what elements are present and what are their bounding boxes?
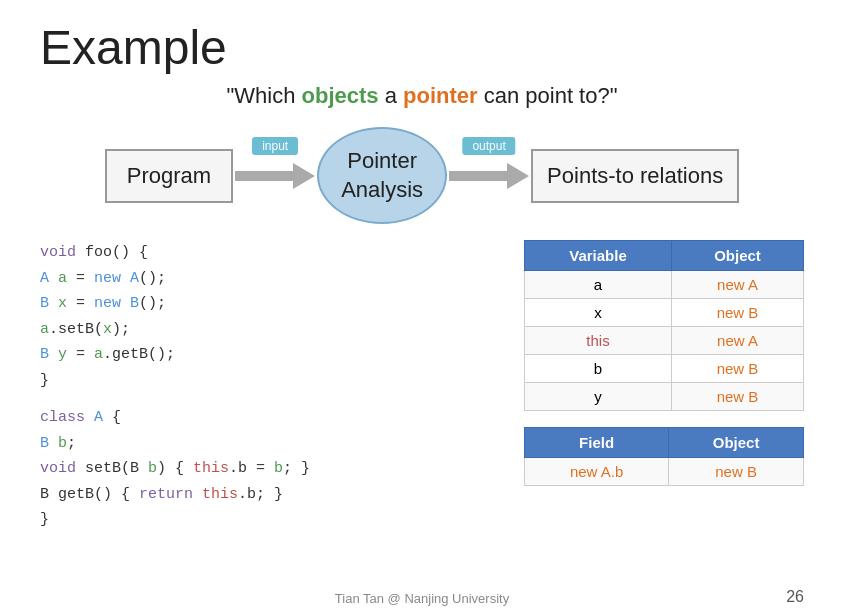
content-area: void foo() { A a = new A(); B x = new B(… (0, 240, 844, 533)
code-line: a.setB(x); (40, 317, 494, 343)
table-row: thisnew A (525, 327, 804, 355)
table-cell: new B (671, 299, 803, 327)
table-cell: new B (671, 355, 803, 383)
table-row: new A.bnew B (525, 458, 804, 486)
table-cell: new A (671, 327, 803, 355)
program-box: Program (105, 149, 233, 203)
table-cell: a (525, 271, 672, 299)
code-line: void setB(B b) { this.b = b; } (40, 456, 494, 482)
code-block: void foo() { A a = new A(); B x = new B(… (40, 240, 494, 533)
code-line: B b; (40, 431, 494, 457)
table-cell: new A.b (525, 458, 669, 486)
page-number: 26 (786, 588, 804, 606)
table-header: Field (525, 428, 669, 458)
table-row: ynew B (525, 383, 804, 411)
variable-table: VariableObjectanew Axnew Bthisnew Abnew … (524, 240, 804, 411)
code-line: B x = new B(); (40, 291, 494, 317)
svg-marker-0 (235, 163, 315, 189)
table-cell: new A (671, 271, 803, 299)
table-header: Object (669, 428, 804, 458)
code-line: void foo() { (40, 240, 494, 266)
output-arrow (449, 159, 529, 193)
table-cell: new B (669, 458, 804, 486)
footer: Tian Tan @ Nanjing University (0, 591, 844, 606)
table-header: Variable (525, 241, 672, 271)
table-row: xnew B (525, 299, 804, 327)
objects-word: objects (302, 83, 379, 108)
svg-marker-1 (449, 163, 529, 189)
code-line: class A { (40, 405, 494, 431)
input-label: input (252, 137, 298, 155)
analysis-box: PointerAnalysis (317, 127, 447, 224)
code-line: B getB() { return this.b; } (40, 482, 494, 508)
table-cell: new B (671, 383, 803, 411)
field-table: FieldObjectnew A.bnew B (524, 427, 804, 486)
output-label: output (462, 137, 515, 155)
table-row: bnew B (525, 355, 804, 383)
input-arrow (235, 159, 315, 193)
code-line: A a = new A(); (40, 266, 494, 292)
code-line: B y = a.getB(); (40, 342, 494, 368)
table-row: anew A (525, 271, 804, 299)
subtitle: "Which objects a pointer can point to?" (0, 83, 844, 109)
slide-title: Example (0, 0, 844, 83)
table-cell: x (525, 299, 672, 327)
table-cell: this (525, 327, 672, 355)
table-cell: b (525, 355, 672, 383)
code-line: } (40, 368, 494, 394)
table-cell: y (525, 383, 672, 411)
pointer-word: pointer (403, 83, 478, 108)
code-line (40, 393, 494, 405)
code-line: } (40, 507, 494, 533)
points-box: Points-to relations (531, 149, 739, 203)
tables-area: VariableObjectanew Axnew Bthisnew Abnew … (524, 240, 804, 533)
table-header: Object (671, 241, 803, 271)
flow-diagram: Program input PointerAnalysis output Poi… (40, 127, 804, 224)
